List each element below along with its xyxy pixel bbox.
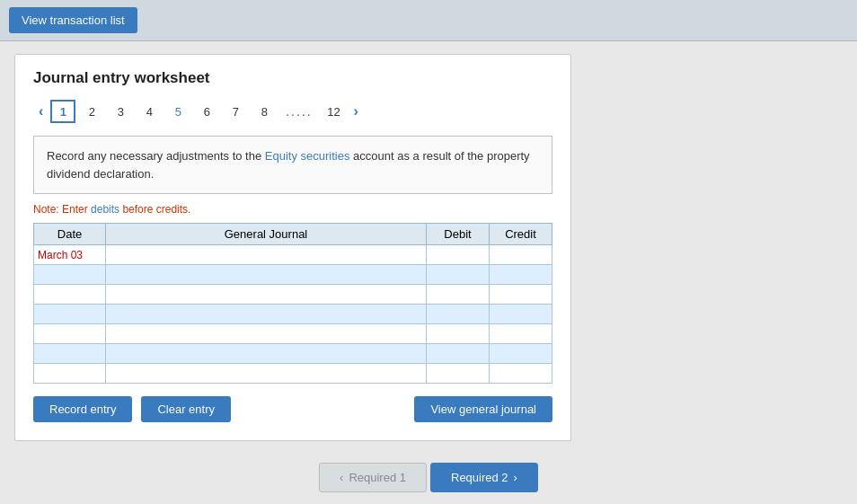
debit-cell[interactable]	[427, 305, 490, 324]
record-entry-button[interactable]: Record entry	[33, 396, 132, 422]
credit-input[interactable]	[490, 245, 552, 264]
journal-cell[interactable]	[106, 305, 427, 324]
journal-cell[interactable]	[106, 265, 427, 285]
buttons-row: Record entry Clear entry View general jo…	[33, 396, 552, 422]
debit-cell[interactable]	[427, 324, 490, 344]
bottom-nav: ‹ Required 1 Required 2 ›	[14, 463, 843, 492]
required1-button[interactable]: ‹ Required 1	[319, 463, 427, 492]
credit-cell[interactable]	[490, 265, 552, 285]
page-12[interactable]: 12	[322, 100, 347, 123]
debit-input[interactable]	[427, 324, 489, 343]
credit-input[interactable]	[490, 324, 552, 343]
note-text: Note: Enter debits before credits.	[33, 203, 552, 216]
page-7[interactable]: 7	[223, 100, 248, 123]
credit-cell[interactable]	[490, 324, 552, 344]
date-cell	[34, 265, 106, 285]
credit-cell[interactable]	[490, 285, 552, 305]
debit-input[interactable]	[427, 364, 489, 383]
journal-cell[interactable]	[106, 364, 427, 384]
table-row	[34, 344, 552, 364]
credit-input[interactable]	[490, 364, 552, 383]
req1-arrow-icon: ‹	[340, 471, 343, 484]
page-2[interactable]: 2	[79, 100, 104, 123]
top-bar: View transaction list	[0, 0, 857, 41]
date-cell	[34, 344, 106, 364]
req2-arrow-icon: ›	[514, 471, 517, 484]
credit-header: Credit	[490, 224, 552, 245]
date-cell	[34, 305, 106, 324]
required1-label: Required 1	[349, 471, 406, 484]
journal-cell[interactable]	[106, 344, 427, 364]
credit-input[interactable]	[490, 305, 552, 323]
view-transaction-button[interactable]: View transaction list	[9, 7, 137, 33]
debit-input[interactable]	[427, 265, 489, 284]
page-5[interactable]: 5	[165, 100, 190, 123]
credit-cell[interactable]	[490, 245, 552, 265]
journal-cell[interactable]	[106, 324, 427, 344]
worksheet-card: Journal entry worksheet ‹ 1 2 3 4 5 6 7 …	[14, 54, 571, 441]
debit-input[interactable]	[427, 344, 489, 363]
equity-securities-text: Equity securities	[265, 149, 350, 163]
journal-table: Date General Journal Debit Credit March …	[33, 223, 552, 384]
page-1[interactable]: 1	[50, 100, 75, 123]
debit-input[interactable]	[427, 305, 489, 323]
debit-input[interactable]	[427, 285, 489, 304]
table-row	[34, 265, 552, 285]
instruction-box: Record any necessary adjustments to the …	[33, 136, 552, 194]
debits-text: debits	[91, 203, 119, 216]
credit-cell[interactable]	[490, 344, 552, 364]
date-header: Date	[34, 224, 106, 245]
clear-entry-button[interactable]: Clear entry	[141, 396, 231, 422]
debit-cell[interactable]	[427, 265, 490, 285]
main-content: Journal entry worksheet ‹ 1 2 3 4 5 6 7 …	[0, 41, 857, 504]
table-row	[34, 305, 552, 324]
debit-input[interactable]	[427, 245, 489, 264]
credit-cell[interactable]	[490, 364, 552, 384]
prev-page-button[interactable]: ‹	[33, 102, 49, 121]
credit-cell[interactable]	[490, 305, 552, 324]
view-general-journal-button[interactable]: View general journal	[414, 396, 552, 422]
debit-cell[interactable]	[427, 344, 490, 364]
table-row: March 03	[34, 245, 552, 265]
page-6[interactable]: 6	[194, 100, 219, 123]
credit-input[interactable]	[490, 285, 552, 304]
worksheet-title: Journal entry worksheet	[33, 69, 552, 87]
journal-input[interactable]	[106, 324, 426, 343]
date-cell	[34, 364, 106, 384]
page-4[interactable]: 4	[137, 100, 162, 123]
table-row	[34, 324, 552, 344]
journal-input[interactable]	[106, 305, 426, 323]
debit-cell[interactable]	[427, 285, 490, 305]
page-3[interactable]: 3	[108, 100, 133, 123]
journal-input[interactable]	[106, 265, 426, 284]
date-cell	[34, 324, 106, 344]
debit-header: Debit	[427, 224, 490, 245]
journal-header: General Journal	[106, 224, 427, 245]
journal-input[interactable]	[106, 285, 426, 304]
credit-input[interactable]	[490, 344, 552, 363]
table-row	[34, 285, 552, 305]
journal-cell[interactable]	[106, 285, 427, 305]
next-page-button[interactable]: ›	[349, 102, 364, 121]
credit-input[interactable]	[490, 265, 552, 284]
journal-cell[interactable]	[106, 245, 427, 265]
required2-button[interactable]: Required 2 ›	[430, 463, 538, 492]
journal-input[interactable]	[106, 245, 426, 264]
date-cell: March 03	[34, 245, 106, 265]
required2-label: Required 2	[451, 471, 508, 484]
table-row	[34, 364, 552, 384]
debit-cell[interactable]	[427, 364, 490, 384]
page-dots: .....	[280, 104, 317, 119]
page-8[interactable]: 8	[252, 100, 277, 123]
pagination: ‹ 1 2 3 4 5 6 7 8 ..... 12 ›	[33, 100, 552, 123]
debit-cell[interactable]	[427, 245, 490, 265]
date-cell	[34, 285, 106, 305]
journal-input[interactable]	[106, 344, 426, 363]
journal-input[interactable]	[106, 364, 426, 383]
